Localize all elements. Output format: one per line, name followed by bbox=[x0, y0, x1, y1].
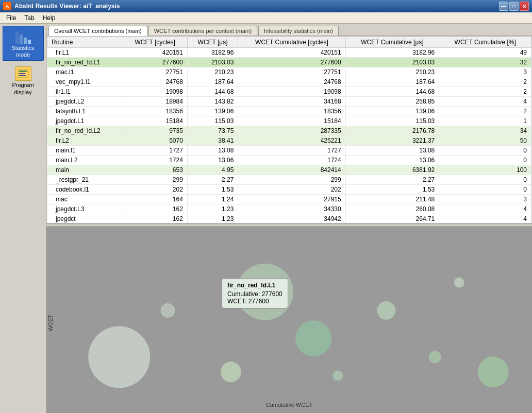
table-row[interactable]: main6534.958424146381.92100 bbox=[47, 165, 531, 175]
table-row[interactable]: latsynth.L118356139.0618356139.062 bbox=[47, 107, 531, 116]
chart-background: WCET Cumulative WCET fir_no_red_ld.L1 Cu… bbox=[46, 227, 532, 413]
table-row[interactable]: jpegdct.L115184115.0315184115.031 bbox=[47, 116, 531, 126]
table-row[interactable]: jpegdct.L218984143.8234168258.854 bbox=[47, 97, 531, 107]
content-area: Overall WCET contributions (main) WCET c… bbox=[46, 24, 532, 413]
chart-area: WCET Cumulative WCET fir_no_red_ld.L1 Cu… bbox=[46, 227, 532, 413]
sidebar-item-statistics[interactable]: Statistics mode bbox=[3, 26, 44, 61]
tab-bar: Overall WCET contributions (main) WCET c… bbox=[46, 24, 532, 36]
svg-rect-1 bbox=[19, 71, 27, 72]
svg-point-13 bbox=[454, 278, 464, 288]
sidebar: Statistics mode Program display bbox=[0, 24, 46, 413]
table-area: Routine WCET [cycles] WCET [µs] WCET Cum… bbox=[46, 36, 532, 223]
col-header-cum-us[interactable]: WCET Cumulative [µs] bbox=[345, 37, 439, 48]
sidebar-statistics-label: Statistics mode bbox=[5, 45, 41, 58]
svg-point-7 bbox=[478, 356, 509, 387]
table-row[interactable]: main.l1172713.08172713.080 bbox=[47, 146, 531, 156]
y-axis-label: WCET bbox=[47, 315, 54, 331]
menu-bar: File Tab Help bbox=[0, 12, 532, 24]
table-row[interactable]: fir.L14201513182.964201513182.9649 bbox=[47, 48, 531, 58]
window-title: AbsInt Results Viewer: aiT_analysis bbox=[14, 3, 499, 10]
menu-file[interactable]: File bbox=[2, 13, 20, 23]
tab-wcet-per-context[interactable]: WCET contributions per context (main) bbox=[148, 26, 257, 36]
maximize-button[interactable]: □ bbox=[509, 2, 519, 11]
table-row[interactable]: mac.l127751210.2327751210.233 bbox=[47, 67, 531, 77]
title-bar: A AbsInt Results Viewer: aiT_analysis — … bbox=[0, 0, 532, 12]
svg-rect-2 bbox=[19, 73, 25, 74]
svg-rect-3 bbox=[19, 75, 26, 76]
statistics-icon bbox=[13, 28, 34, 45]
table-row[interactable]: iir1.l119098144.6819098144.682 bbox=[47, 87, 531, 97]
close-button[interactable]: ✕ bbox=[520, 2, 529, 11]
table-body: fir.L14201513182.964201513182.9649fir_no… bbox=[47, 48, 531, 223]
minimize-button[interactable]: — bbox=[499, 2, 508, 11]
col-header-wcet-cycles[interactable]: WCET [cycles] bbox=[123, 37, 187, 48]
svg-point-6 bbox=[88, 326, 150, 388]
bubble-chart bbox=[46, 227, 532, 413]
col-header-cum-cycles[interactable]: WCET Cumulative [cycles] bbox=[238, 37, 345, 48]
svg-point-4 bbox=[237, 264, 293, 320]
data-table: Routine WCET [cycles] WCET [µs] WCET Cum… bbox=[47, 37, 531, 223]
app-icon: A bbox=[3, 2, 11, 10]
main-container: Statistics mode Program display Overall … bbox=[0, 24, 532, 413]
svg-point-9 bbox=[377, 301, 395, 320]
col-header-cum-pct[interactable]: WCET Cumulative [%] bbox=[439, 37, 531, 48]
table-row[interactable]: vec_mpy1.l124768187.6424768187.642 bbox=[47, 77, 531, 87]
tab-infeasibility[interactable]: Infeasibility statistics (main) bbox=[258, 26, 339, 36]
table-row[interactable]: _restgpr_212992.272992.270 bbox=[47, 175, 531, 185]
table-row[interactable]: fir.L2507038.414252213221.3750 bbox=[47, 136, 531, 146]
svg-point-8 bbox=[221, 362, 241, 382]
svg-point-10 bbox=[429, 351, 441, 363]
svg-point-11 bbox=[161, 303, 175, 318]
program-icon bbox=[13, 65, 34, 82]
table-row[interactable]: main.L2172413.06172413.060 bbox=[47, 156, 531, 165]
menu-help[interactable]: Help bbox=[39, 13, 60, 23]
table-row[interactable]: codebook.l12021.532021.530 bbox=[47, 185, 531, 195]
tab-overall-wcet[interactable]: Overall WCET contributions (main) bbox=[48, 26, 147, 36]
table-scroll[interactable]: Routine WCET [cycles] WCET [µs] WCET Cum… bbox=[47, 37, 531, 223]
table-row[interactable]: mac1641.2427915211.483 bbox=[47, 195, 531, 204]
table-row[interactable]: fir_no_red_ld.L2973573.752873352176.7834 bbox=[47, 126, 531, 136]
menu-tab[interactable]: Tab bbox=[20, 13, 38, 23]
table-row[interactable]: jpegdct1621.2334942264.714 bbox=[47, 214, 531, 223]
svg-point-5 bbox=[295, 320, 331, 356]
col-header-routine[interactable]: Routine bbox=[47, 37, 123, 48]
table-header-row: Routine WCET [cycles] WCET [µs] WCET Cum… bbox=[47, 37, 531, 48]
sidebar-item-program[interactable]: Program display bbox=[3, 63, 44, 98]
x-axis-label: Cumulative WCET bbox=[266, 402, 312, 408]
col-header-wcet-us[interactable]: WCET [µs] bbox=[187, 37, 238, 48]
table-row[interactable]: fir_no_red_ld.L12776002103.032776002103.… bbox=[47, 58, 531, 67]
window-controls: — □ ✕ bbox=[499, 2, 529, 11]
sidebar-program-label: Program display bbox=[5, 82, 41, 95]
table-row[interactable]: jpegdct.L31621.2334330260.084 bbox=[47, 204, 531, 214]
svg-point-12 bbox=[332, 371, 343, 381]
